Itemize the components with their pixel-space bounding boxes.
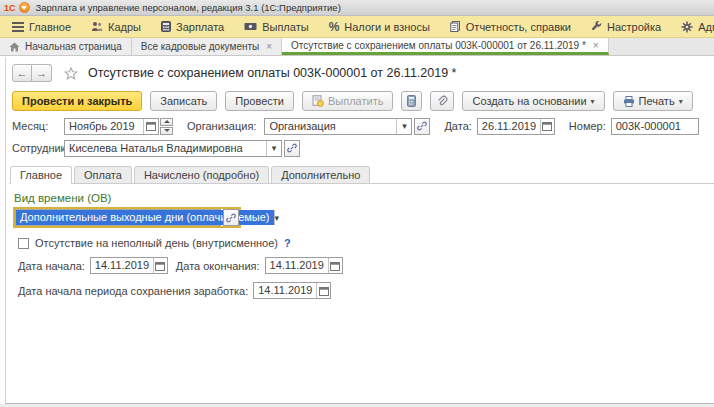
keep-period-row: Дата начала периода сохранения заработка… (18, 282, 714, 299)
keep-period-label: Дата начала периода сохранения заработка… (18, 285, 248, 297)
open-link-icon[interactable] (414, 118, 430, 135)
main-menu-bar: Главное Кадры Зарплата Выплаты % Налоги … (0, 16, 714, 38)
create-based-on-label: Создать на основании (472, 95, 586, 107)
month-input[interactable]: Ноябрь 2019 (64, 118, 159, 135)
menu-label: Кадры (108, 21, 141, 33)
step-down-button[interactable] (160, 127, 173, 135)
menu-item-main[interactable]: Главное (12, 21, 71, 33)
number-value: 003К-000001 (612, 119, 685, 134)
chevron-down-icon[interactable]: ▾ (396, 119, 411, 134)
calendar-icon[interactable] (540, 119, 554, 134)
chevron-down-icon[interactable]: ▾ (274, 210, 280, 225)
chevron-down-icon: ▾ (679, 97, 683, 106)
form-tab-main[interactable]: Главное (10, 166, 72, 184)
pay-button[interactable]: Выплатить (302, 91, 393, 111)
form-tab-payment[interactable]: Оплата (74, 166, 132, 183)
form-tab-accrued-detail[interactable]: Начислено (подробно) (134, 166, 269, 183)
tab-home[interactable]: Начальная страница (0, 38, 132, 55)
forward-button[interactable]: → (32, 64, 52, 82)
step-up-button[interactable] (160, 118, 173, 126)
tab-label: Все кадровые документы (141, 41, 259, 52)
menu-label: Налоги и взносы (344, 21, 430, 33)
menu-item-reports[interactable]: Отчетность, справки (450, 21, 571, 33)
calendar-icon[interactable] (328, 258, 342, 273)
menu-label: Главное (29, 21, 71, 33)
partial-day-checkbox[interactable] (18, 238, 29, 249)
tab-label: Отсутствие с сохранением оплаты 003К-000… (291, 40, 586, 51)
end-date-input[interactable]: 14.11.2019 (265, 257, 343, 274)
print-button[interactable]: Печать ▾ (613, 91, 693, 111)
menu-item-administration[interactable]: Администрирование (681, 21, 714, 33)
chevron-down-icon[interactable]: ▾ (266, 141, 281, 156)
1c-logo-icon: 1С (4, 3, 16, 13)
create-based-on-button[interactable]: Создать на основании ▾ (462, 91, 604, 111)
fields-row-1: Месяц: Ноябрь 2019 Организация: Организа… (12, 117, 714, 135)
employee-value: Киселева Наталья Владимировна (65, 141, 266, 156)
month-stepper[interactable] (160, 118, 173, 135)
menu-label: Зарплата (176, 21, 224, 33)
post-button[interactable]: Провести (225, 91, 294, 111)
organization-input[interactable]: Организация ▾ (264, 118, 412, 135)
menu-item-payments[interactable]: Выплаты (244, 21, 308, 33)
end-date-value: 14.11.2019 (266, 258, 328, 273)
paperclip-icon (436, 95, 448, 107)
document-toolbar: Провести и закрыть Записать Провести Вып… (12, 91, 714, 111)
open-link-icon[interactable] (223, 209, 239, 226)
organization-value: Организация (265, 119, 396, 134)
form-tabs: Главное Оплата Начислено (подробно) Допо… (9, 165, 714, 184)
organization-label: Организация: (187, 120, 256, 132)
wrench-icon (591, 21, 602, 32)
attachments-button[interactable] (430, 91, 454, 111)
menu-label: Администрирование (698, 21, 714, 33)
help-link[interactable]: ? (284, 237, 291, 249)
print-label: Печать (639, 95, 675, 107)
number-label: Номер: (569, 120, 606, 132)
back-button[interactable]: ← (12, 64, 32, 82)
hamburger-icon (12, 22, 24, 32)
tab-all-hr-documents[interactable]: Все кадровые документы × (132, 38, 282, 55)
tab-absence-document[interactable]: Отсутствие с сохранением оплаты 003К-000… (282, 38, 609, 55)
time-type-field-focused: Дополнительные выходные дни (оплачиваемы… (13, 207, 241, 228)
system-menu-button[interactable] (19, 2, 30, 13)
post-and-close-button[interactable]: Провести и закрыть (12, 91, 142, 111)
calendar-icon[interactable] (153, 258, 167, 273)
number-input[interactable]: 003К-000001 (611, 118, 699, 135)
chevron-down-icon: ▾ (591, 97, 595, 106)
time-type-input[interactable]: Дополнительные выходные дни (оплачиваемы… (15, 209, 221, 226)
start-date-value: 14.11.2019 (91, 258, 153, 273)
start-date-input[interactable]: 14.11.2019 (90, 257, 168, 274)
report-icon (450, 21, 461, 32)
date-input[interactable]: 26.11.2019 (477, 118, 555, 135)
calendar-icon[interactable] (143, 119, 158, 134)
home-icon (9, 42, 20, 52)
save-button[interactable]: Записать (150, 91, 217, 111)
employee-label: Сотрудник: (12, 142, 64, 154)
menu-item-staff[interactable]: Кадры (91, 21, 141, 33)
people-icon (91, 21, 103, 32)
calculator-button[interactable] (401, 91, 422, 111)
menu-item-salary[interactable]: Зарплата (161, 21, 224, 33)
document-title: Отсутствие с сохранением оплаты 003К-000… (88, 66, 456, 80)
fields-row-2: Сотрудник: Киселева Наталья Владимировна… (12, 139, 714, 157)
keep-period-input[interactable]: 14.11.2019 (253, 282, 331, 299)
pay-document-icon (312, 95, 324, 107)
banknote-icon (244, 22, 257, 31)
calculator-small-icon (407, 95, 416, 107)
document-header: ← → Отсутствие с сохранением оплаты 003К… (9, 63, 714, 83)
form-tab-additional[interactable]: Дополнительно (271, 166, 370, 183)
menu-label: Настройка (607, 21, 661, 33)
titlebar: 1С Зарплата и управление персоналом, ред… (0, 0, 714, 16)
close-icon[interactable]: × (266, 41, 272, 52)
open-link-icon[interactable] (284, 140, 300, 157)
employee-input[interactable]: Киселева Наталья Владимировна ▾ (64, 140, 282, 157)
menu-item-settings[interactable]: Настройка (591, 21, 661, 33)
close-icon[interactable]: × (593, 40, 599, 51)
time-type-group-title: Вид времени (ОВ) (14, 192, 714, 204)
menu-label: Отчетность, справки (466, 21, 571, 33)
gear-icon (681, 21, 693, 33)
partial-day-label: Отсутствие на неполный день (внутрисменн… (35, 237, 278, 249)
month-value: Ноябрь 2019 (65, 119, 143, 134)
favorite-star-icon[interactable] (64, 67, 78, 80)
menu-item-taxes[interactable]: % Налоги и взносы (329, 20, 430, 34)
calendar-icon[interactable] (316, 283, 330, 298)
